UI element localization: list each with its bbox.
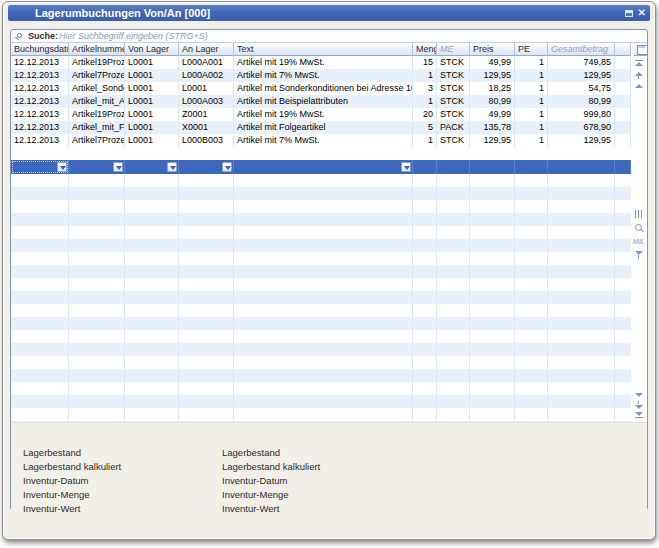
cell-me[interactable]: STCK — [437, 69, 470, 82]
cell-von_lager[interactable]: L0001 — [125, 82, 179, 95]
cell-text[interactable]: Artikel mit 19% MwSt. — [234, 108, 413, 121]
cell-von_lager[interactable]: L0001 — [125, 108, 179, 121]
cell-gesamtbetrag[interactable]: 999,80 — [548, 108, 615, 121]
cell-filler[interactable] — [615, 56, 631, 69]
cell-me[interactable]: STCK — [437, 56, 470, 69]
column-header-artikelnummer[interactable]: Artikelnummer — [69, 43, 125, 56]
cell-buchungsdatum[interactable]: 12.12.2013 — [11, 69, 69, 82]
format-icon[interactable]: M& — [633, 237, 643, 247]
cell-me[interactable]: PACK — [437, 121, 470, 134]
entry-cell-an_lager[interactable] — [179, 160, 234, 174]
cell-me[interactable]: STCK — [437, 82, 470, 95]
cell-von_lager[interactable]: L0001 — [125, 95, 179, 108]
cell-menge[interactable]: 5 — [413, 121, 437, 134]
close-icon[interactable]: ✕ — [638, 5, 646, 21]
cell-gesamtbetrag[interactable]: 129,95 — [548, 69, 615, 82]
cell-buchungsdatum[interactable]: 12.12.2013 — [11, 108, 69, 121]
scroll-down-icon[interactable] — [634, 390, 644, 400]
titlebar[interactable]: Lagerumbuchungen Von/An [000] ✕ — [8, 5, 650, 21]
cell-artikelnummer[interactable]: Artikel_Sonderk — [69, 82, 125, 95]
cell-pe[interactable]: 1 — [515, 134, 548, 147]
scroll-up-icon[interactable] — [634, 82, 644, 92]
column-header-menge[interactable]: Menge — [413, 43, 437, 56]
cell-an_lager[interactable]: L000A001 — [179, 56, 234, 69]
column-header-filler[interactable] — [615, 43, 631, 56]
cell-an_lager[interactable]: Z0001 — [179, 108, 234, 121]
cell-artikelnummer[interactable]: Artikel_mit_Fol — [69, 121, 125, 134]
table-row[interactable]: 12.12.2013Artikel_SonderkL0001L0001Artik… — [11, 82, 631, 95]
dropdown-button-artikelnummer[interactable] — [113, 162, 123, 172]
cell-von_lager[interactable]: L0001 — [125, 56, 179, 69]
pin-columns-icon[interactable] — [635, 210, 642, 218]
cell-von_lager[interactable]: L0001 — [125, 121, 179, 134]
search-input[interactable]: Suche: Hier Suchbegriff eingeben (STRG+S… — [11, 30, 647, 43]
cell-artikelnummer[interactable]: Artikel7Prozent — [69, 134, 125, 147]
cell-gesamtbetrag[interactable]: 678,90 — [548, 121, 615, 134]
table-row[interactable]: 12.12.2013Artikel_mit_AttL0001L000A003Ar… — [11, 95, 631, 108]
entry-cell-gesamtbetrag[interactable] — [548, 160, 615, 174]
cell-pe[interactable]: 1 — [515, 69, 548, 82]
cell-filler[interactable] — [615, 121, 631, 134]
cell-filler[interactable] — [615, 108, 631, 121]
cell-artikelnummer[interactable]: Artikel_mit_Att — [69, 95, 125, 108]
table-row[interactable]: 12.12.2013Artikel7ProzentL0001L000B003Ar… — [11, 134, 631, 147]
cell-an_lager[interactable]: L000B003 — [179, 134, 234, 147]
cell-an_lager[interactable]: L000A003 — [179, 95, 234, 108]
entry-cell-text[interactable] — [234, 160, 413, 174]
cell-artikelnummer[interactable]: Artikel19Prozer — [69, 108, 125, 121]
restore-icon[interactable] — [625, 10, 633, 17]
cell-buchungsdatum[interactable]: 12.12.2013 — [11, 95, 69, 108]
cell-pe[interactable]: 1 — [515, 95, 548, 108]
entry-cell-buchungsdatum[interactable] — [11, 160, 69, 174]
cell-menge[interactable]: 15 — [413, 56, 437, 69]
cell-pe[interactable]: 1 — [515, 121, 548, 134]
cell-text[interactable]: Artikel mit 7% MwSt. — [234, 69, 413, 82]
cell-an_lager[interactable]: X0001 — [179, 121, 234, 134]
cell-filler[interactable] — [615, 134, 631, 147]
cell-menge[interactable]: 1 — [413, 95, 437, 108]
cell-von_lager[interactable]: L0001 — [125, 69, 179, 82]
scroll-top-icon[interactable] — [634, 60, 644, 70]
scroll-bottom-icon[interactable] — [634, 410, 644, 420]
entry-cell-artikelnummer[interactable] — [69, 160, 125, 174]
entry-cell-von_lager[interactable] — [125, 160, 179, 174]
cell-filler[interactable] — [615, 69, 631, 82]
cell-me[interactable]: STCK — [437, 134, 470, 147]
cell-gesamtbetrag[interactable]: 80,99 — [548, 95, 615, 108]
cell-pe[interactable]: 1 — [515, 56, 548, 69]
dropdown-button-buchungsdatum[interactable] — [57, 162, 67, 172]
cell-preis[interactable]: 49,99 — [470, 108, 515, 121]
entry-row[interactable] — [11, 160, 631, 174]
dropdown-button-an_lager[interactable] — [222, 162, 232, 172]
cell-menge[interactable]: 3 — [413, 82, 437, 95]
cell-preis[interactable]: 129,95 — [470, 69, 515, 82]
cell-gesamtbetrag[interactable]: 129,95 — [548, 134, 615, 147]
cell-preis[interactable]: 135,78 — [470, 121, 515, 134]
column-header-pe[interactable]: PE — [515, 43, 548, 56]
cell-von_lager[interactable]: L0001 — [125, 134, 179, 147]
cell-artikelnummer[interactable]: Artikel7Prozent — [69, 69, 125, 82]
table-row[interactable]: 12.12.2013Artikel19ProzerL0001L000A001Ar… — [11, 56, 631, 69]
cell-buchungsdatum[interactable]: 12.12.2013 — [11, 121, 69, 134]
scroll-page-down-icon[interactable] — [634, 400, 644, 410]
scroll-page-up-icon[interactable] — [634, 71, 644, 81]
cell-filler[interactable] — [615, 82, 631, 95]
cell-text[interactable]: Artikel mit Beispielattributen — [234, 95, 413, 108]
entry-cell-pe[interactable] — [515, 160, 548, 174]
cell-pe[interactable]: 1 — [515, 82, 548, 95]
column-header-buchungsdatum[interactable]: Buchungsdatum — [11, 43, 69, 56]
column-header-von_lager[interactable]: Von Lager — [125, 43, 179, 56]
cell-text[interactable]: Artikel mit Sonderkonditionen bei Adress… — [234, 82, 413, 95]
column-header-text[interactable]: Text — [234, 43, 413, 56]
cell-preis[interactable]: 80,99 — [470, 95, 515, 108]
cell-preis[interactable]: 129,95 — [470, 134, 515, 147]
cell-text[interactable]: Artikel mit 7% MwSt. — [234, 134, 413, 147]
column-header-an_lager[interactable]: An Lager — [179, 43, 234, 56]
cell-me[interactable]: STCK — [437, 95, 470, 108]
table-row[interactable]: 12.12.2013Artikel19ProzerL0001Z0001Artik… — [11, 108, 631, 121]
cell-artikelnummer[interactable]: Artikel19Prozer — [69, 56, 125, 69]
cell-menge[interactable]: 1 — [413, 134, 437, 147]
entry-cell-filler[interactable] — [615, 160, 631, 174]
cell-pe[interactable]: 1 — [515, 108, 548, 121]
zoom-icon[interactable] — [634, 224, 644, 234]
